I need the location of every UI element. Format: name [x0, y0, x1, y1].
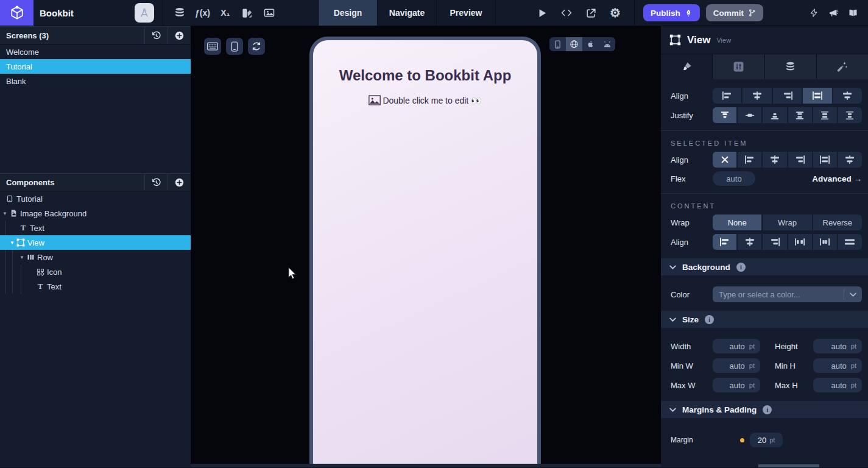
tree-item-image-background[interactable]: ▼ Image Background [0, 206, 191, 221]
design-tool-button[interactable] [135, 3, 154, 23]
tab-design[interactable]: Design [319, 0, 378, 26]
media-icon[interactable] [263, 5, 276, 20]
tab-preview[interactable]: Preview [437, 0, 496, 26]
phone-preview[interactable]: Welcome to Bookbit App Double click me t… [309, 37, 541, 467]
align-baseline-button[interactable] [833, 88, 862, 104]
self-align-baseline-button[interactable] [838, 152, 862, 168]
device-web-button[interactable] [566, 37, 582, 51]
add-component-button[interactable] [168, 174, 191, 191]
caret-down-icon[interactable]: ▼ [1, 211, 9, 216]
justify-start-button[interactable] [713, 107, 736, 123]
text-icon: T [35, 282, 45, 291]
placeholder-text: Double click me to edit 👀 [383, 96, 481, 105]
margins-section-header[interactable]: Margins & Padding i [661, 401, 868, 418]
tab-configs[interactable] [713, 54, 764, 79]
functions-icon[interactable]: ƒ(x) [195, 5, 210, 20]
announcements-icon[interactable] [827, 5, 840, 20]
justify-center-button[interactable] [738, 107, 761, 123]
docs-book-icon[interactable] [846, 5, 859, 20]
view-frame-icon [16, 238, 26, 247]
content-align-end-button[interactable] [763, 234, 786, 250]
max-h-label: Max H [760, 381, 813, 390]
wrap-wrap-button[interactable]: Wrap [763, 214, 811, 230]
width-input[interactable]: autopt [713, 339, 760, 353]
background-section-header[interactable]: Background i [661, 258, 868, 275]
image-placeholder-icon [369, 95, 381, 105]
justify-around-button[interactable] [813, 107, 837, 123]
justify-between-button[interactable] [788, 107, 812, 123]
background-color-input[interactable]: Type or select a color... [713, 286, 862, 302]
max-w-input[interactable]: autopt [713, 378, 760, 392]
margin-input[interactable]: 20 pt [750, 433, 783, 447]
tree-item-row[interactable]: ▼ Row [0, 250, 191, 264]
history-icon [151, 30, 161, 41]
align-start-button[interactable] [713, 88, 741, 104]
caret-down-icon[interactable]: ▼ [18, 255, 26, 260]
theme-swatch-icon[interactable] [241, 5, 254, 20]
data-icon[interactable] [173, 5, 186, 20]
screen-item-welcome[interactable]: Welcome [0, 44, 191, 59]
device-phone-button[interactable] [549, 37, 566, 51]
align-stretch-button[interactable] [803, 88, 831, 104]
color-dropdown-chevron[interactable] [844, 289, 862, 300]
placeholder-row[interactable]: Double click me to edit 👀 [313, 95, 537, 105]
screens-history-button[interactable] [144, 27, 168, 44]
justify-end-button[interactable] [763, 107, 786, 123]
tree-item-text[interactable]: T Text [0, 221, 191, 235]
commit-button[interactable]: Commit [706, 4, 763, 21]
tab-interactions[interactable] [817, 54, 868, 79]
tree-item-view[interactable]: ▼ View [0, 235, 191, 250]
wrap-reverse-button[interactable]: Reverse [813, 214, 862, 230]
tree-item-screen[interactable]: Tutorial [0, 191, 191, 206]
device-ios-button[interactable] [582, 37, 599, 51]
justify-evenly-button[interactable] [838, 107, 862, 123]
components-history-button[interactable] [144, 174, 168, 191]
app-logo[interactable] [0, 0, 34, 26]
content-stretch-button[interactable] [838, 234, 862, 250]
advanced-link[interactable]: Advanced → [812, 174, 862, 183]
design-canvas[interactable]: Welcome to Bookbit App Double click me t… [191, 26, 661, 467]
variables-icon[interactable]: X₁ [219, 5, 232, 20]
align-end-button[interactable] [773, 88, 802, 104]
min-w-label: Min W [671, 361, 713, 370]
lightning-icon[interactable] [807, 5, 820, 20]
screen-item-blank[interactable]: Blank [0, 74, 191, 88]
min-h-input[interactable]: autopt [813, 358, 862, 373]
max-h-input[interactable]: autopt [813, 378, 862, 392]
align-none-button[interactable] [713, 152, 736, 168]
self-align-end-button[interactable] [788, 152, 812, 168]
device-android-button[interactable] [599, 37, 615, 51]
self-align-stretch-button[interactable] [813, 152, 837, 168]
share-button[interactable] [584, 5, 598, 20]
screen-item-tutorial[interactable]: Tutorial [0, 59, 191, 74]
height-input[interactable]: autopt [813, 339, 862, 353]
add-screen-button[interactable] [168, 27, 191, 44]
keyboard-toggle-button[interactable] [204, 38, 221, 55]
wrap-group: None Wrap Reverse [713, 214, 862, 230]
tree-item-text-2[interactable]: T Text [0, 279, 191, 294]
content-space-between-button[interactable] [788, 234, 812, 250]
tab-navigate[interactable]: Navigate [378, 0, 437, 26]
self-align-center-button[interactable] [763, 152, 786, 168]
settings-gear-icon[interactable]: ⚙ [609, 5, 622, 20]
min-w-input[interactable]: autopt [713, 358, 760, 373]
self-align-start-button[interactable] [738, 152, 761, 168]
device-toggle-button[interactable] [226, 38, 243, 55]
content-space-around-button[interactable] [813, 234, 837, 250]
tab-styles[interactable] [661, 54, 713, 79]
refresh-button[interactable] [248, 38, 265, 55]
tree-item-icon[interactable]: Icon [0, 264, 191, 279]
wrap-none-button[interactable]: None [713, 214, 761, 230]
screen-heading[interactable]: Welcome to Bookbit App [313, 67, 537, 84]
content-align-center-button[interactable] [738, 234, 761, 250]
tab-data[interactable] [765, 54, 817, 79]
code-button[interactable] [560, 5, 573, 20]
content-align-start-button[interactable] [713, 234, 736, 250]
flex-input[interactable]: auto [713, 171, 755, 186]
size-section-header[interactable]: Size i [661, 311, 868, 328]
publish-button[interactable]: Publish [643, 4, 700, 21]
play-button[interactable] [535, 5, 549, 20]
min-h-label: Min H [760, 361, 813, 370]
align-center-button[interactable] [743, 88, 771, 104]
caret-down-icon[interactable]: ▼ [9, 240, 16, 246]
